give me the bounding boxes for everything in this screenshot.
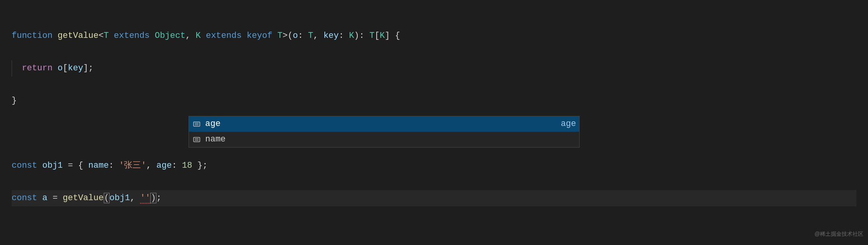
constant-icon [192, 119, 201, 129]
watermark: @稀土掘金技术社区 [815, 226, 863, 242]
svg-rect-0 [194, 122, 200, 126]
code-line: } [12, 93, 856, 109]
bracket-match-close: ) [150, 193, 156, 203]
suggest-label: name [205, 131, 576, 148]
code-line: function getValue<T extends Object, K ex… [12, 28, 856, 44]
suggest-item-age[interactable]: age age [189, 116, 579, 132]
code-line: return o[key]; [12, 60, 856, 77]
svg-rect-3 [194, 137, 200, 141]
suggest-item-name[interactable]: name [189, 132, 579, 147]
code-line: const obj1 = { name: '张三', age: 18 }; [12, 158, 856, 174]
keyword-function: function [12, 31, 53, 41]
keyword-return: return [22, 63, 52, 73]
suggest-label: age [205, 116, 561, 132]
fn-name: getValue [58, 31, 99, 41]
intellisense-popup[interactable]: age age name [189, 116, 580, 148]
constant-icon [192, 135, 201, 144]
keyword-const: const [12, 161, 37, 170]
error-squiggly: '' [140, 193, 150, 204]
keyword-const: const [12, 193, 37, 203]
bracket-match-open: ( [104, 193, 110, 203]
suggest-detail: age [561, 116, 576, 132]
code-line-current: const a = getValue(obj1, ''); [12, 190, 856, 206]
